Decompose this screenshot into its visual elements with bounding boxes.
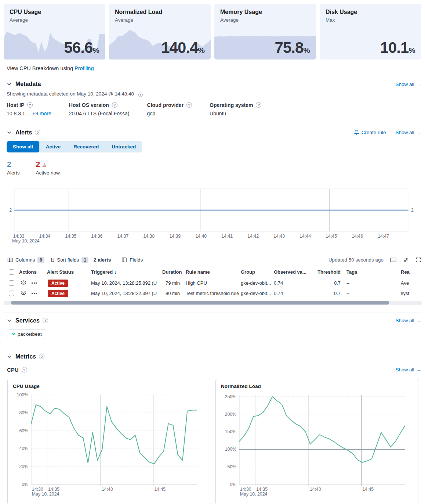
- cpu-usage-chart[interactable]: 0%20%40%60%80%100%14:30May 10, 202414:35…: [13, 391, 201, 500]
- chevron-down-icon[interactable]: [7, 82, 12, 87]
- sort-count-badge: 1: [81, 257, 88, 263]
- tab-untracked[interactable]: Untracked: [105, 141, 142, 152]
- view-alert-icon[interactable]: [21, 280, 26, 286]
- tab-show-all[interactable]: Show all: [7, 141, 40, 152]
- normalized-load-chart[interactable]: 0%50%100%150%200%250%14:30May 10, 202414…: [221, 391, 409, 500]
- service-chip-packetbeat[interactable]: ∞ packetbeat: [7, 329, 46, 339]
- kpi-cards: CPU Usage Average 56.6% Normalized Load …: [4, 4, 421, 60]
- alerts-filter-tabs: Show all Active Recovered Untracked: [7, 141, 142, 152]
- chevron-down-icon[interactable]: [7, 318, 12, 323]
- cell-duration: 80 min: [160, 291, 184, 296]
- fields-button[interactable]: Fields: [121, 257, 143, 263]
- help-icon[interactable]: ?: [256, 102, 261, 108]
- kpi-title: Normalized Load: [109, 4, 211, 15]
- kpi-subtitle: Max: [320, 15, 421, 23]
- table-row[interactable]: Active May 10, 2024, 13:28:25.892 (U 79 …: [4, 278, 422, 288]
- arrow-right-icon: →: [417, 367, 422, 372]
- view-alert-icon[interactable]: [21, 291, 26, 296]
- info-icon[interactable]: ?: [138, 93, 143, 97]
- svg-text:14:42: 14:42: [247, 234, 259, 239]
- services-section-header: Services ? Show all→: [4, 317, 421, 324]
- help-icon[interactable]: ?: [35, 130, 40, 135]
- more-actions-icon[interactable]: [32, 282, 37, 284]
- chevron-down-icon[interactable]: [7, 354, 12, 359]
- host-detail-page: CPU Usage Average 56.6% Normalized Load …: [0, 4, 425, 504]
- alerts-timeline-chart[interactable]: 2214:33May 10, 202414:3414:3514:3614:371…: [4, 187, 418, 244]
- svg-text:40%: 40%: [19, 446, 28, 451]
- col-duration[interactable]: Duration: [160, 269, 184, 275]
- help-icon[interactable]: ?: [27, 102, 33, 108]
- columns-button[interactable]: Columns9: [7, 257, 44, 263]
- svg-text:14:39: 14:39: [169, 234, 181, 239]
- svg-text:14:33: 14:33: [13, 234, 25, 239]
- normalized-load-chart-panel[interactable]: Normalized Load 0%50%100%150%200%250%14:…: [215, 379, 418, 504]
- kpi-title: Memory Usage: [214, 4, 316, 15]
- table-row[interactable]: Active May 10, 2024, 13:28:22.397 (U 80 …: [4, 288, 422, 299]
- kpi-card-disk-usage[interactable]: Disk Usage Max 10.1%: [320, 4, 421, 60]
- metadata-show-all-link[interactable]: Show all→: [395, 82, 421, 87]
- svg-text:14:35: 14:35: [256, 487, 268, 492]
- col-triggered[interactable]: Triggered↓: [89, 269, 160, 275]
- help-icon[interactable]: ?: [39, 354, 44, 359]
- row-checkbox[interactable]: [9, 291, 14, 296]
- kpi-card-normalized-load[interactable]: Normalized Load Average 140.4%: [109, 4, 211, 60]
- tab-active[interactable]: Active: [40, 141, 68, 152]
- svg-text:100%: 100%: [225, 447, 237, 452]
- profiling-note: View CPU Breakdown using Profiling: [7, 65, 421, 71]
- fullscreen-icon[interactable]: [415, 257, 421, 263]
- metadata-field-host-os: Host OS version? 20.04.6 LTS (Focal Foss…: [69, 102, 130, 116]
- kpi-card-cpu-usage[interactable]: CPU Usage Average 56.6%: [4, 4, 105, 60]
- alerts-count-label: 2 alerts: [94, 257, 111, 263]
- metrics-show-all-link[interactable]: Show all→: [395, 367, 421, 372]
- col-alert-status[interactable]: Alert Status: [45, 269, 89, 275]
- more-ips-link[interactable]: +9 more: [32, 111, 51, 116]
- horizontal-scrollbar[interactable]: [4, 301, 422, 305]
- svg-text:2: 2: [9, 208, 12, 213]
- svg-text:14:40: 14:40: [310, 487, 321, 492]
- metric-group-title: CPU: [7, 367, 19, 373]
- create-rule-button[interactable]: Create rule: [354, 130, 386, 135]
- grid-settings-icon[interactable]: [403, 257, 409, 263]
- select-all-checkbox[interactable]: [9, 269, 14, 275]
- services-show-all-link[interactable]: Show all→: [395, 318, 421, 323]
- chevron-down-icon[interactable]: [7, 130, 12, 135]
- col-tags[interactable]: Tags: [344, 269, 399, 275]
- help-icon[interactable]: ?: [186, 102, 192, 108]
- chart-title: CPU Usage: [13, 384, 205, 389]
- col-threshold[interactable]: Threshold: [314, 269, 344, 275]
- row-checkbox[interactable]: [9, 280, 14, 286]
- more-actions-icon[interactable]: [32, 293, 37, 294]
- kpi-value: 10.1%: [380, 39, 415, 57]
- cell-triggered: May 10, 2024, 13:28:25.892 (U: [89, 280, 160, 286]
- profiling-link[interactable]: Profiling: [75, 65, 94, 71]
- tab-recovered[interactable]: Recovered: [67, 141, 105, 152]
- metric-charts-row: CPU Usage 0%20%40%60%80%100%14:30May 10,…: [4, 379, 421, 504]
- alerts-show-all-link[interactable]: Show all→: [395, 130, 421, 135]
- cpu-usage-chart-panel[interactable]: CPU Usage 0%20%40%60%80%100%14:30May 10,…: [7, 379, 210, 504]
- scrollbar-thumb[interactable]: [11, 301, 389, 305]
- col-group[interactable]: Group: [239, 269, 272, 275]
- col-rule-name[interactable]: Rule name: [184, 269, 239, 275]
- kpi-card-memory-usage[interactable]: Memory Usage Average 75.8%: [214, 4, 316, 60]
- help-icon[interactable]: ?: [43, 318, 48, 323]
- arrow-right-icon: →: [417, 82, 422, 87]
- col-actions: Actions: [17, 269, 45, 275]
- cell-observed-value: 0.74: [272, 291, 314, 296]
- alerts-table-toolbar: Columns9 ⇅ Sort fields1 2 alerts Fields …: [7, 257, 421, 263]
- keyboard-shortcuts-button[interactable]: [390, 257, 396, 263]
- section-divider: [4, 313, 421, 313]
- status-badge[interactable]: Active: [48, 290, 68, 297]
- cell-threshold: 0.7: [314, 280, 344, 286]
- kpi-subtitle: Average: [109, 15, 211, 23]
- svg-text:14:30: 14:30: [240, 487, 251, 492]
- svg-text:14:45: 14:45: [326, 234, 337, 239]
- sort-fields-button[interactable]: ⇅ Sort fields1: [50, 257, 88, 263]
- svg-text:14:45: 14:45: [154, 487, 166, 492]
- status-badge[interactable]: Active: [48, 280, 68, 287]
- col-observed-value[interactable]: Observed va...: [272, 269, 314, 275]
- svg-text:14:46: 14:46: [352, 234, 363, 239]
- cell-tags: --: [344, 280, 399, 286]
- col-reason[interactable]: Rea: [399, 269, 421, 275]
- help-icon[interactable]: ?: [112, 102, 117, 108]
- help-icon[interactable]: ?: [22, 367, 27, 372]
